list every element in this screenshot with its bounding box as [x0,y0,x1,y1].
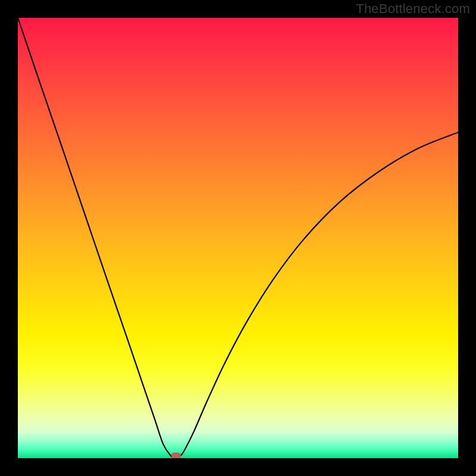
plot-area [18,18,458,458]
bottleneck-curve [18,18,458,458]
minimum-marker [171,452,181,458]
watermark-text: TheBottleneck.com [356,1,470,17]
chart-frame: TheBottleneck.com [0,0,476,476]
